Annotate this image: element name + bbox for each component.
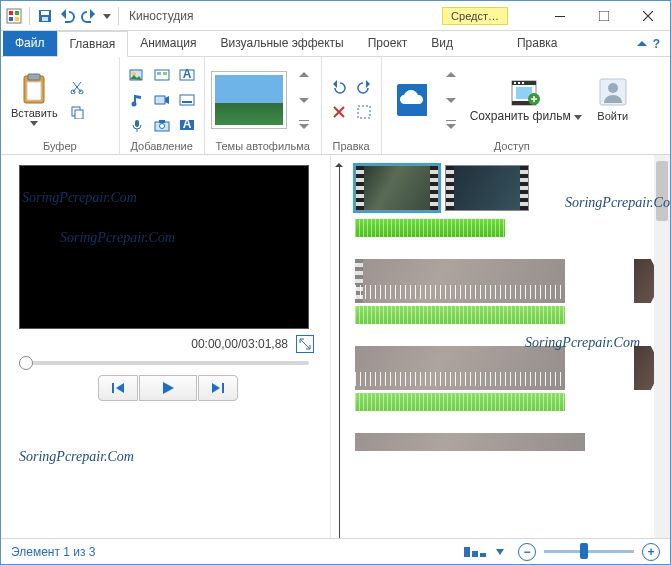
paste-button[interactable]: Вставить xyxy=(7,71,62,128)
theme-gallery-scroll xyxy=(293,64,315,136)
svg-rect-26 xyxy=(180,95,194,105)
zoom-in-button[interactable]: + xyxy=(642,543,660,561)
svg-rect-6 xyxy=(41,11,49,15)
storyboard-pane: SoringPcrepair.Com SoringPcrepair.Com xyxy=(331,155,670,539)
undo-icon[interactable] xyxy=(58,7,76,25)
svg-point-24 xyxy=(131,101,136,106)
fullscreen-icon[interactable] xyxy=(296,335,314,353)
timeline-segment-4 xyxy=(355,433,648,451)
tab-visual-effects[interactable]: Визуальные эффекты xyxy=(209,31,356,56)
save-movie-button[interactable]: Сохранить фильм xyxy=(466,74,586,125)
cut-icon[interactable] xyxy=(66,76,88,98)
add-title-icon[interactable]: A xyxy=(176,64,198,86)
video-clip[interactable] xyxy=(355,165,439,211)
rotate-right-icon[interactable] xyxy=(353,76,375,98)
add-video-photo-icon[interactable] xyxy=(126,64,148,86)
add-music-icon[interactable] xyxy=(126,89,148,111)
zoom-thumb[interactable] xyxy=(580,543,588,559)
theme-scroll-down-icon[interactable] xyxy=(293,89,315,111)
onedrive-icon xyxy=(395,84,427,116)
add-snapshot-icon[interactable] xyxy=(151,114,173,136)
tab-file[interactable]: Файл xyxy=(3,31,57,56)
ribbon-group-clipboard: Вставить Буфер xyxy=(1,57,120,154)
copy-icon[interactable] xyxy=(66,101,88,123)
svg-rect-1 xyxy=(9,11,13,15)
redo-icon[interactable] xyxy=(80,7,98,25)
tab-animation[interactable]: Анимация xyxy=(128,31,208,56)
audio-waveform[interactable] xyxy=(355,393,565,411)
share-scroll-down-icon[interactable] xyxy=(440,89,462,111)
video-clip-faded[interactable] xyxy=(355,433,585,451)
zoom-control: − + xyxy=(518,543,660,561)
play-button[interactable] xyxy=(139,375,197,401)
timecode: 00:00,00/03:01,88 xyxy=(191,337,288,351)
automovie-theme-thumb[interactable] xyxy=(211,71,287,129)
save-icon[interactable] xyxy=(36,7,54,25)
onedrive-button[interactable] xyxy=(388,82,434,118)
chevron-down-icon[interactable] xyxy=(496,549,504,555)
group-label-edit: Правка xyxy=(328,138,375,152)
video-clip[interactable] xyxy=(445,165,529,211)
add-credits-icon[interactable]: A xyxy=(176,114,198,136)
seek-thumb[interactable] xyxy=(19,356,33,370)
delete-icon[interactable] xyxy=(328,101,350,123)
svg-rect-42 xyxy=(518,82,520,84)
minimize-button[interactable] xyxy=(538,2,582,30)
svg-point-47 xyxy=(608,83,618,93)
seek-bar[interactable] xyxy=(19,355,309,375)
select-all-icon[interactable] xyxy=(353,101,375,123)
theme-scroll-up-icon[interactable] xyxy=(293,64,315,86)
add-photo-icon[interactable] xyxy=(151,64,173,86)
qat-dropdown-icon[interactable] xyxy=(102,7,112,25)
share-gallery-expand-icon[interactable] xyxy=(440,114,462,136)
add-narration-icon[interactable] xyxy=(126,114,148,136)
tab-project[interactable]: Проект xyxy=(356,31,420,56)
video-clip-faded[interactable] xyxy=(355,259,565,303)
scrollbar-thumb[interactable] xyxy=(656,161,668,221)
video-clip-faded[interactable] xyxy=(355,346,565,390)
timeline[interactable] xyxy=(331,155,654,539)
group-label-access: Доступ xyxy=(388,138,636,152)
contextual-tab-tools[interactable]: Средст… xyxy=(442,7,508,25)
svg-rect-3 xyxy=(9,17,13,21)
share-scroll-up-icon[interactable] xyxy=(440,64,462,86)
vertical-scrollbar[interactable] xyxy=(654,155,670,539)
thumbnail-size-icon[interactable] xyxy=(464,547,486,557)
video-preview[interactable]: SoringPcrepair.Com SoringPcrepair.Com xyxy=(19,165,309,329)
app-icon[interactable] xyxy=(5,7,23,25)
clipboard-mini-buttons xyxy=(66,76,113,123)
close-button[interactable] xyxy=(626,2,670,30)
svg-rect-49 xyxy=(222,383,224,393)
user-icon xyxy=(597,76,629,108)
watermark-text: SoringPcrepair.Com xyxy=(22,190,137,206)
rotate-left-icon[interactable] xyxy=(328,76,350,98)
quick-access-toolbar xyxy=(1,7,125,25)
timecode-row: 00:00,00/03:01,88 xyxy=(19,329,316,355)
tab-edit[interactable]: Правка xyxy=(505,31,570,56)
signin-button[interactable]: Войти xyxy=(590,74,636,124)
audio-waveform[interactable] xyxy=(355,306,565,324)
paste-label: Вставить xyxy=(11,107,58,119)
tab-home[interactable]: Главная xyxy=(57,31,129,57)
audio-waveform[interactable] xyxy=(355,219,505,237)
ribbon-collapse-icon[interactable] xyxy=(637,39,647,49)
add-webcam-icon[interactable] xyxy=(151,89,173,111)
help-icon[interactable]: ? xyxy=(653,37,660,51)
title-bar: Киностудия Средст… xyxy=(1,1,670,31)
svg-rect-28 xyxy=(135,120,139,127)
status-bar: Элемент 1 из 3 − + xyxy=(1,538,670,564)
svg-rect-25 xyxy=(155,96,165,104)
ribbon-group-themes: Темы автофильма xyxy=(205,57,322,154)
maximize-button[interactable] xyxy=(582,2,626,30)
svg-rect-35 xyxy=(358,106,370,118)
preview-pane: SoringPcrepair.Com SoringPcrepair.Com 00… xyxy=(1,155,331,539)
zoom-out-button[interactable]: − xyxy=(518,543,536,561)
zoom-slider[interactable] xyxy=(544,550,634,553)
next-frame-button[interactable] xyxy=(198,375,238,401)
theme-gallery-expand-icon[interactable] xyxy=(293,114,315,136)
svg-rect-34 xyxy=(299,120,309,121)
tab-view[interactable]: Вид xyxy=(419,31,465,56)
add-caption-icon[interactable] xyxy=(176,89,198,111)
playhead-line[interactable] xyxy=(339,165,340,539)
prev-frame-button[interactable] xyxy=(98,375,138,401)
